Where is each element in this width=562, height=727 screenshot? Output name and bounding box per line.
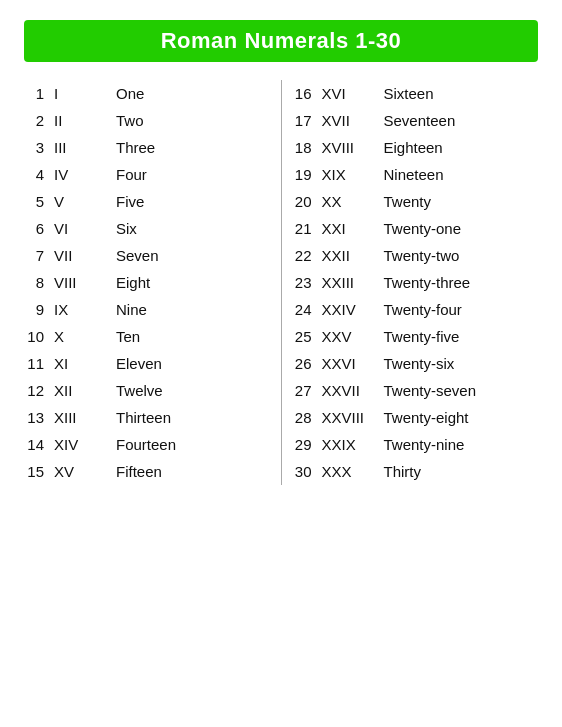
roman-cell: XX: [322, 193, 384, 210]
name-cell: Twenty-seven: [384, 382, 539, 399]
roman-cell: XXI: [322, 220, 384, 237]
name-cell: Three: [116, 139, 271, 156]
table-row: 8 VIII Eight: [24, 269, 271, 296]
table-row: 28 XXVIII Twenty-eight: [292, 404, 539, 431]
number-cell: 17: [292, 112, 322, 129]
number-cell: 6: [24, 220, 54, 237]
roman-cell: I: [54, 85, 116, 102]
name-cell: Thirteen: [116, 409, 271, 426]
table-container: 1 I One 2 II Two 3 III Three 4 IV Four 5…: [24, 80, 538, 485]
table-row: 15 XV Fifteen: [24, 458, 271, 485]
roman-cell: X: [54, 328, 116, 345]
page: Roman Numerals 1-30 1 I One 2 II Two 3 I…: [0, 0, 562, 727]
right-column: 16 XVI Sixteen 17 XVII Seventeen 18 XVII…: [282, 80, 539, 485]
table-row: 3 III Three: [24, 134, 271, 161]
table-row: 16 XVI Sixteen: [292, 80, 539, 107]
number-cell: 8: [24, 274, 54, 291]
roman-cell: XXVI: [322, 355, 384, 372]
number-cell: 11: [24, 355, 54, 372]
table-row: 23 XXIII Twenty-three: [292, 269, 539, 296]
roman-cell: VII: [54, 247, 116, 264]
name-cell: Four: [116, 166, 271, 183]
name-cell: Five: [116, 193, 271, 210]
number-cell: 29: [292, 436, 322, 453]
roman-cell: XXIX: [322, 436, 384, 453]
name-cell: Twenty-one: [384, 220, 539, 237]
table-row: 20 XX Twenty: [292, 188, 539, 215]
table-row: 25 XXV Twenty-five: [292, 323, 539, 350]
number-cell: 12: [24, 382, 54, 399]
number-cell: 15: [24, 463, 54, 480]
number-cell: 25: [292, 328, 322, 345]
name-cell: Twelve: [116, 382, 271, 399]
number-cell: 2: [24, 112, 54, 129]
roman-cell: XV: [54, 463, 116, 480]
table-row: 7 VII Seven: [24, 242, 271, 269]
table-row: 24 XXIV Twenty-four: [292, 296, 539, 323]
name-cell: Twenty: [384, 193, 539, 210]
title-bar: Roman Numerals 1-30: [24, 20, 538, 62]
number-cell: 20: [292, 193, 322, 210]
number-cell: 4: [24, 166, 54, 183]
name-cell: Twenty-five: [384, 328, 539, 345]
left-column: 1 I One 2 II Two 3 III Three 4 IV Four 5…: [24, 80, 282, 485]
roman-cell: IX: [54, 301, 116, 318]
table-row: 13 XIII Thirteen: [24, 404, 271, 431]
roman-cell: III: [54, 139, 116, 156]
roman-cell: VI: [54, 220, 116, 237]
number-cell: 9: [24, 301, 54, 318]
table-row: 19 XIX Nineteen: [292, 161, 539, 188]
number-cell: 14: [24, 436, 54, 453]
roman-cell: XXX: [322, 463, 384, 480]
table-row: 21 XXI Twenty-one: [292, 215, 539, 242]
roman-cell: XVI: [322, 85, 384, 102]
table-row: 10 X Ten: [24, 323, 271, 350]
number-cell: 1: [24, 85, 54, 102]
number-cell: 16: [292, 85, 322, 102]
roman-cell: XXII: [322, 247, 384, 264]
number-cell: 7: [24, 247, 54, 264]
table-row: 12 XII Twelve: [24, 377, 271, 404]
number-cell: 3: [24, 139, 54, 156]
name-cell: Two: [116, 112, 271, 129]
name-cell: Ten: [116, 328, 271, 345]
number-cell: 24: [292, 301, 322, 318]
number-cell: 21: [292, 220, 322, 237]
roman-cell: XIV: [54, 436, 116, 453]
number-cell: 13: [24, 409, 54, 426]
name-cell: Seven: [116, 247, 271, 264]
table-row: 22 XXII Twenty-two: [292, 242, 539, 269]
roman-cell: XVIII: [322, 139, 384, 156]
table-row: 6 VI Six: [24, 215, 271, 242]
table-row: 11 XI Eleven: [24, 350, 271, 377]
table-row: 29 XXIX Twenty-nine: [292, 431, 539, 458]
number-cell: 10: [24, 328, 54, 345]
name-cell: Thirty: [384, 463, 539, 480]
roman-cell: XXVII: [322, 382, 384, 399]
page-title: Roman Numerals 1-30: [40, 28, 522, 54]
roman-cell: XIII: [54, 409, 116, 426]
table-row: 30 XXX Thirty: [292, 458, 539, 485]
roman-cell: XII: [54, 382, 116, 399]
name-cell: Eight: [116, 274, 271, 291]
number-cell: 27: [292, 382, 322, 399]
roman-cell: XVII: [322, 112, 384, 129]
table-row: 1 I One: [24, 80, 271, 107]
name-cell: Twenty-nine: [384, 436, 539, 453]
name-cell: Fifteen: [116, 463, 271, 480]
roman-cell: XXV: [322, 328, 384, 345]
roman-cell: XXIV: [322, 301, 384, 318]
number-cell: 19: [292, 166, 322, 183]
name-cell: Eighteen: [384, 139, 539, 156]
table-row: 17 XVII Seventeen: [292, 107, 539, 134]
name-cell: Fourteen: [116, 436, 271, 453]
number-cell: 5: [24, 193, 54, 210]
name-cell: Nine: [116, 301, 271, 318]
name-cell: Twenty-eight: [384, 409, 539, 426]
number-cell: 23: [292, 274, 322, 291]
name-cell: Sixteen: [384, 85, 539, 102]
roman-cell: V: [54, 193, 116, 210]
name-cell: Seventeen: [384, 112, 539, 129]
table-row: 5 V Five: [24, 188, 271, 215]
name-cell: Twenty-two: [384, 247, 539, 264]
